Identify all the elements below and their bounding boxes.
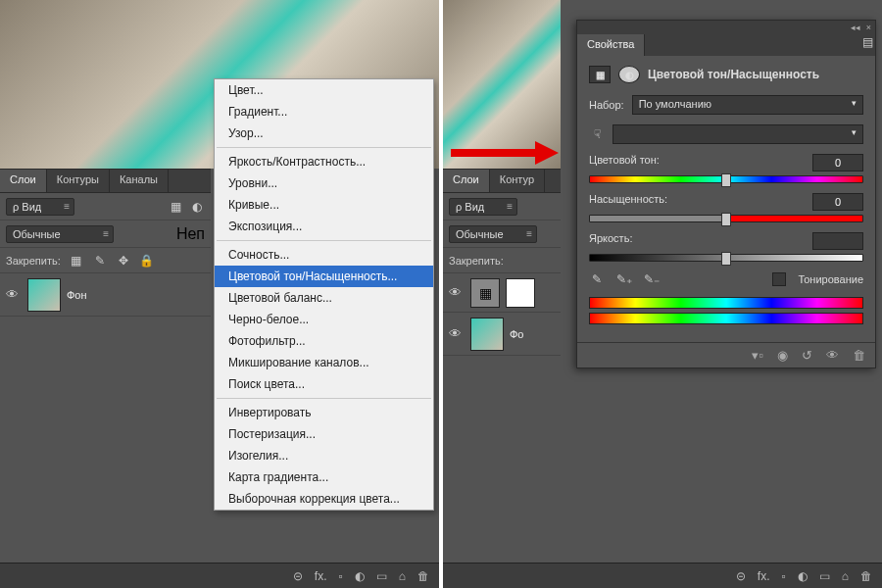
view-previous-icon[interactable]: ◉ [777, 348, 788, 363]
link-layers-icon[interactable]: ⊝ [736, 569, 746, 583]
layer-thumbnail[interactable] [27, 278, 61, 312]
properties-title: Цветовой тон/Насыщенность [648, 68, 819, 81]
range-dropdown[interactable] [612, 124, 863, 144]
lock-row: Закрепить: ▦ ✎ ✥ 🔒 [0, 248, 211, 273]
menu-item-photofilter[interactable]: Фотофильтр... [215, 330, 433, 352]
trash-icon[interactable]: 🗑 [853, 348, 865, 363]
hue-slider-knob[interactable] [721, 173, 731, 187]
layer-row-background[interactable]: 👁 Фон [0, 273, 211, 317]
blend-row: Обычные [443, 220, 561, 248]
colorize-checkbox[interactable] [772, 272, 786, 286]
hue-bar-output[interactable] [589, 313, 863, 324]
menu-item-levels[interactable]: Уровни... [215, 172, 433, 194]
light-slider[interactable] [589, 254, 863, 262]
mask-icon[interactable]: ▫ [781, 569, 785, 583]
eyedropper-icon[interactable]: ✎ [589, 271, 605, 287]
lock-all-icon[interactable]: 🔒 [139, 253, 155, 269]
menu-item-channel-mixer[interactable]: Микширование каналов... [215, 352, 433, 373]
hand-scrubber-icon[interactable]: ☟ [589, 126, 605, 142]
collapse-icon[interactable]: ◂◂ [851, 23, 860, 32]
panel-tabs: Слои Контур [443, 170, 561, 193]
filter-type-dropdown[interactable]: ρ Вид [449, 198, 517, 216]
panel-menu-icon[interactable]: ▤ [859, 34, 875, 50]
new-layer-icon[interactable]: ⌂ [842, 569, 849, 583]
mask-icon[interactable]: ▫ [338, 569, 342, 583]
hue-value[interactable]: 0 [812, 154, 863, 172]
fx-icon[interactable]: fx. [758, 569, 770, 583]
layer-row-adjustment[interactable]: 👁 ▦ [443, 273, 561, 313]
adjustment-icon[interactable]: ◐ [798, 569, 808, 583]
close-icon[interactable]: × [866, 23, 871, 32]
preset-row: Набор: По умолчанию [589, 95, 863, 115]
lock-transparent-icon[interactable]: ▦ [69, 253, 84, 269]
eyedropper-row: ✎ ✎₊ ✎₋ Тонирование [589, 271, 863, 287]
menu-item-posterize[interactable]: Постеризация... [215, 423, 433, 445]
layers-panel: Слои Контуры Каналы ρ Вид ▦ ◐ Обычные Не… [0, 169, 211, 317]
mask-type-icon: ◐ [618, 66, 640, 83]
properties-title-row: ▦ ◐ Цветовой тон/Насыщенность [589, 66, 863, 83]
eyedropper-subtract-icon[interactable]: ✎₋ [644, 271, 660, 287]
clip-to-layer-icon[interactable]: ▾▫ [752, 348, 763, 363]
canvas-preview [443, 0, 561, 169]
sat-slider[interactable] [589, 215, 863, 222]
properties-panel: ◂◂ × Свойства ▤ ▦ ◐ Цветовой тон/Насыщен… [576, 20, 876, 368]
lock-label: Закрепить: [6, 255, 61, 267]
hue-bar-input[interactable] [589, 297, 863, 309]
adjustment-thumbnail[interactable]: ▦ [470, 278, 500, 308]
visibility-icon[interactable]: 👁 [6, 287, 22, 302]
trash-icon[interactable]: 🗑 [417, 569, 429, 583]
trash-icon[interactable]: 🗑 [860, 569, 872, 583]
group-icon[interactable]: ▭ [376, 569, 387, 583]
eyedropper-add-icon[interactable]: ✎₊ [616, 271, 632, 287]
light-value[interactable] [812, 232, 863, 250]
adjustment-icon[interactable]: ◐ [355, 569, 365, 583]
reset-icon[interactable]: ↺ [802, 348, 812, 363]
tab-layers[interactable]: Слои [443, 170, 490, 192]
visibility-icon[interactable]: 👁 [449, 285, 465, 300]
blend-mode-dropdown[interactable]: Обычные [6, 225, 114, 243]
new-layer-icon[interactable]: ⌂ [399, 569, 406, 583]
menu-item-threshold[interactable]: Изогелия... [215, 445, 433, 466]
fx-icon[interactable]: fx. [315, 569, 327, 583]
menu-item-color[interactable]: Цвет... [215, 79, 433, 101]
menu-item-hue-saturation[interactable]: Цветовой тон/Насыщенность... [215, 266, 433, 287]
layer-thumbnail[interactable] [470, 318, 504, 351]
menu-item-gradient[interactable]: Градиент... [215, 101, 433, 122]
visibility-icon[interactable]: 👁 [449, 326, 465, 341]
menu-item-curves[interactable]: Кривые... [215, 194, 433, 216]
link-layers-icon[interactable]: ⊝ [293, 569, 303, 583]
group-icon[interactable]: ▭ [819, 569, 830, 583]
sat-slider-knob[interactable] [721, 213, 731, 226]
left-screenshot: Слои Контуры Каналы ρ Вид ▦ ◐ Обычные Не… [0, 0, 439, 588]
menu-item-gradient-map[interactable]: Карта градиента... [215, 466, 433, 488]
filter-pixel-icon[interactable]: ▦ [168, 199, 183, 215]
lock-position-icon[interactable]: ✥ [116, 253, 131, 269]
tab-channels[interactable]: Каналы [110, 170, 169, 192]
menu-item-bw[interactable]: Черно-белое... [215, 309, 433, 330]
menu-item-color-lookup[interactable]: Поиск цвета... [215, 373, 433, 395]
menu-item-invert[interactable]: Инвертировать [215, 402, 433, 423]
light-slider-knob[interactable] [721, 252, 731, 266]
mask-thumbnail[interactable] [506, 278, 535, 308]
menu-item-color-balance[interactable]: Цветовой баланс... [215, 287, 433, 309]
tab-layers[interactable]: Слои [0, 170, 47, 192]
menu-item-brightness[interactable]: Яркость/Контрастность... [215, 151, 433, 172]
lock-pixels-icon[interactable]: ✎ [92, 253, 108, 269]
toggle-visibility-icon[interactable]: 👁 [826, 348, 839, 363]
tab-paths[interactable]: Контуры [47, 170, 110, 192]
tab-properties[interactable]: Свойства [577, 34, 645, 56]
menu-item-pattern[interactable]: Узор... [215, 122, 433, 144]
sat-value[interactable]: 0 [812, 193, 863, 211]
tab-paths[interactable]: Контур [490, 170, 545, 192]
layer-row-background[interactable]: 👁 Фо [443, 313, 561, 356]
filter-type-dropdown[interactable]: ρ Вид [6, 198, 74, 216]
menu-item-vibrance[interactable]: Сочность... [215, 244, 433, 266]
filter-adjust-icon[interactable]: ◐ [189, 199, 205, 215]
menu-item-selective-color[interactable]: Выборочная коррекция цвета... [215, 488, 433, 510]
blend-mode-dropdown[interactable]: Обычные [449, 225, 537, 243]
blend-row: Обычные Неп [0, 220, 211, 248]
preset-dropdown[interactable]: По умолчанию [632, 95, 863, 115]
layers-panel-footer: ⊝ fx. ▫ ◐ ▭ ⌂ 🗑 [443, 563, 882, 588]
menu-item-exposure[interactable]: Экспозиция... [215, 216, 433, 237]
hue-slider[interactable] [589, 175, 863, 183]
